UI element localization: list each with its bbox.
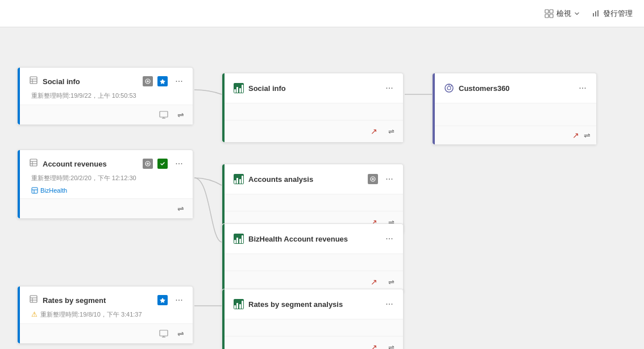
card-header: Rates by segment ··· — [18, 286, 193, 310]
more-options-button[interactable]: ··· — [172, 74, 186, 88]
social-info-report-card: Social info ··· ↗ ⇌ — [222, 73, 404, 143]
svg-rect-1 — [550, 10, 553, 13]
svg-rect-14 — [30, 159, 37, 166]
card-empty-area — [222, 194, 403, 211]
monitor-icon-btn[interactable] — [157, 109, 170, 121]
card-header: Rates by segment analysis ··· — [222, 289, 403, 319]
monitor-icon-btn[interactable] — [157, 327, 170, 340]
refresh-icon-btn[interactable]: ⇌ — [174, 202, 187, 215]
svg-rect-21 — [32, 188, 38, 193]
svg-rect-0 — [545, 10, 549, 13]
social-info-source-card: Social info ··· 重新整理時間:19/9/22，上午 10:50:… — [17, 67, 193, 125]
publish-button[interactable]: 發行管理 — [591, 9, 633, 19]
expand-icon-btn[interactable]: ↗ — [368, 276, 380, 288]
more-options-button[interactable]: ··· — [383, 172, 396, 186]
card-title: Rates by segment analysis — [248, 300, 378, 309]
tag-green[interactable] — [157, 159, 168, 169]
view-button[interactable]: 檢視 — [545, 9, 580, 19]
svg-rect-3 — [550, 14, 553, 18]
refresh-icon-btn[interactable]: ⇌ — [385, 125, 397, 138]
card-footer: ↗ ⇌ — [222, 120, 403, 142]
dataset-icon — [29, 294, 38, 306]
expand-icon-btn[interactable]: ↗ — [368, 341, 380, 349]
refresh-icon-btn[interactable]: ⇌ — [385, 276, 397, 288]
card-title: Social info — [248, 84, 378, 93]
refresh-icon-btn[interactable]: ⇌ — [584, 131, 591, 140]
report-chart-icon — [234, 234, 244, 244]
expand-icon-btn[interactable]: ↗ — [572, 131, 579, 140]
publish-label: 發行管理 — [603, 9, 633, 19]
tag-gray[interactable] — [368, 174, 378, 184]
rates-by-segment-source-card: Rates by segment ··· ⚠ 重新整理時間:19/8/10，下午… — [17, 286, 193, 344]
dashboard-icon — [444, 83, 454, 93]
more-options-button[interactable]: ··· — [172, 293, 186, 307]
customers360-dashboard-card: Customers360 ··· ↗ ⇌ — [432, 73, 597, 145]
report-chart-icon — [234, 299, 244, 309]
card-header: Social info ··· — [222, 73, 403, 103]
view-label: 檢視 — [556, 9, 571, 19]
card-header: Accounts analysis ··· — [222, 164, 403, 194]
card-footer: ↗ ⇌ — [433, 126, 596, 144]
svg-rect-4 — [30, 77, 37, 84]
card-title: Account revenues — [43, 160, 138, 168]
report-chart-icon — [234, 83, 244, 93]
tag-gray[interactable] — [143, 159, 153, 169]
card-footer: ⇌ — [18, 323, 193, 343]
expand-icon-btn[interactable]: ↗ — [368, 125, 380, 138]
dataset-icon — [29, 158, 38, 169]
canvas: Social info ··· 重新整理時間:19/9/22，上午 10:50:… — [0, 27, 644, 349]
card-header: BizHealth Account revenues ··· — [222, 224, 403, 254]
svg-line-37 — [451, 85, 452, 86]
bizhealth-link[interactable]: BizHealth — [18, 187, 193, 198]
refresh-icon-btn[interactable]: ⇌ — [174, 327, 187, 340]
refresh-time: ⚠ 重新整理時間:19/8/10，下午 3:41:37 — [18, 310, 193, 323]
card-title: Rates by segment — [43, 296, 153, 305]
card-empty-area — [433, 103, 596, 126]
svg-point-35 — [447, 86, 451, 90]
warning-icon: ⚠ — [31, 310, 38, 318]
card-title: Accounts analysis — [248, 175, 363, 184]
report-chart-icon — [234, 174, 244, 184]
tag-gray[interactable] — [143, 76, 153, 86]
chevron-down-icon — [574, 11, 580, 16]
more-options-button[interactable]: ··· — [383, 232, 396, 246]
rates-by-segment-analysis-report-card: Rates by segment analysis ··· ↗ ⇌ — [222, 289, 404, 349]
more-options-button[interactable]: ··· — [383, 81, 396, 95]
card-header: Account revenues ··· — [18, 150, 193, 174]
svg-rect-11 — [160, 111, 168, 117]
card-empty-area — [222, 319, 403, 336]
tag-blue[interactable] — [157, 76, 168, 86]
more-options-button[interactable]: ··· — [576, 81, 589, 95]
bizhealth-account-revenues-report-card: BizHealth Account revenues ··· ↗ ⇌ — [222, 223, 404, 293]
card-footer: ⇌ — [18, 198, 193, 218]
link-text: BizHealth — [40, 187, 67, 194]
tag-blue[interactable] — [157, 295, 168, 305]
refresh-icon-btn[interactable]: ⇌ — [385, 341, 397, 349]
card-footer: ↗ ⇌ — [222, 336, 403, 349]
card-title: Customers360 — [459, 84, 571, 93]
card-title: Social info — [43, 77, 138, 86]
card-header: Social info ··· — [18, 68, 193, 92]
card-title: BizHealth Account revenues — [248, 235, 378, 243]
card-footer: ⇌ — [18, 105, 193, 124]
more-options-button[interactable]: ··· — [383, 297, 396, 311]
card-header: Customers360 ··· — [433, 73, 596, 103]
top-bar: 檢視 發行管理 — [0, 0, 644, 27]
refresh-time: 重新整理時間:20/2/20，下午 12:12:30 — [18, 174, 193, 187]
account-revenues-source-card: Account revenues ··· 重新整理時間:20/2/20，下午 1… — [17, 149, 193, 219]
dataset-icon — [29, 76, 38, 87]
svg-rect-28 — [160, 330, 168, 336]
svg-rect-2 — [545, 14, 549, 18]
refresh-time: 重新整理時間:19/9/22，上午 10:50:53 — [18, 92, 193, 105]
card-empty-area — [222, 103, 403, 120]
more-options-button[interactable]: ··· — [172, 157, 186, 171]
svg-rect-24 — [30, 296, 37, 302]
refresh-icon-btn[interactable]: ⇌ — [174, 109, 187, 121]
card-empty-area — [222, 254, 403, 271]
